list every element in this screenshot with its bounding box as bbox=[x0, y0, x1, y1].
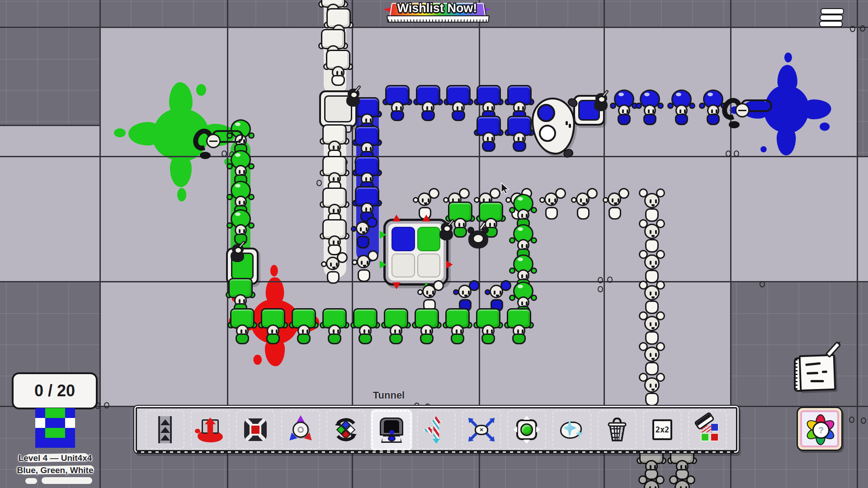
cross-arrows-icon: ✕ bbox=[468, 416, 495, 443]
white-handblob-character bbox=[540, 189, 566, 225]
white-worker-character bbox=[638, 474, 665, 488]
paint-swoosh bbox=[42, 477, 92, 484]
tool-tunnel-selected[interactable] bbox=[372, 410, 411, 450]
paint-pump-worker bbox=[193, 127, 248, 161]
tool-trash[interactable] bbox=[598, 410, 637, 449]
panda-helper bbox=[466, 222, 491, 250]
paint-station-blue bbox=[573, 95, 605, 126]
white-tile-character bbox=[321, 124, 348, 160]
tool-eraser[interactable] bbox=[688, 410, 727, 449]
level-label: Level 4 — Unit4x4 Blue, Green, White bbox=[5, 452, 106, 476]
unit-assembler bbox=[383, 219, 448, 286]
blue-tile-character bbox=[476, 116, 502, 152]
level-title: Level 4 — Unit4x4 bbox=[5, 452, 106, 464]
level-colors: Blue, Green, White bbox=[5, 464, 106, 476]
shell-splitter-icon bbox=[287, 416, 314, 443]
blue-handblob-character bbox=[351, 218, 377, 254]
paint-mixer-creature bbox=[532, 98, 575, 155]
trash-icon bbox=[604, 416, 631, 443]
screw-dot bbox=[861, 418, 866, 424]
unit-cell-green bbox=[45, 408, 55, 418]
green-tile-character bbox=[352, 308, 378, 344]
blue-tile-character bbox=[445, 85, 472, 121]
blue-tile-character bbox=[354, 186, 380, 222]
block-icon bbox=[242, 416, 269, 443]
blue-blob-character bbox=[637, 89, 663, 125]
rotator-icon bbox=[332, 416, 359, 443]
screw-dot bbox=[849, 417, 854, 423]
screw-dot bbox=[734, 150, 739, 157]
seam-line bbox=[0, 125, 99, 126]
unit-cell-blue bbox=[35, 428, 45, 438]
screw-dot bbox=[860, 25, 865, 32]
tool-block[interactable] bbox=[236, 410, 275, 449]
white-tile-character bbox=[325, 50, 351, 86]
screw-dot bbox=[598, 277, 603, 283]
menu-bar bbox=[821, 8, 844, 14]
white-tile-character bbox=[321, 188, 348, 224]
tool-grid-2x2[interactable]: 2x2 bbox=[643, 410, 682, 449]
screw-dot bbox=[850, 26, 855, 32]
tool-sparkle-cleaner[interactable] bbox=[552, 410, 591, 449]
blue-tile-character bbox=[415, 85, 441, 121]
scroll-paper-icon bbox=[799, 354, 836, 392]
unit-cell-white bbox=[65, 418, 75, 428]
white-worker-character bbox=[639, 372, 665, 408]
grid-2x2-icon: 2x2 bbox=[649, 416, 676, 443]
question-mark: ? bbox=[812, 422, 830, 439]
seam-line bbox=[99, 0, 101, 488]
unit-cell-blue bbox=[35, 408, 45, 418]
green-tile-character bbox=[444, 308, 471, 344]
seam-line bbox=[857, 0, 858, 488]
tool-conveyor[interactable] bbox=[146, 410, 184, 449]
tool-cross-arrows[interactable]: ✕ bbox=[462, 410, 501, 449]
banner-label: Wishlist Now! bbox=[387, 1, 487, 15]
green-tile-character bbox=[229, 308, 255, 344]
progress-counter: 0 / 20 bbox=[12, 372, 98, 409]
green-blob-character bbox=[227, 209, 254, 245]
blue-tile-character bbox=[384, 85, 410, 121]
green-tile-character bbox=[475, 308, 501, 344]
blue-blob-character bbox=[668, 89, 694, 125]
white-handblob-character bbox=[603, 189, 629, 225]
unit-cell-blue bbox=[55, 418, 65, 428]
white-handblob-character bbox=[352, 251, 378, 287]
color-guide-button[interactable]: ? bbox=[797, 407, 843, 451]
unit-maker-icon bbox=[513, 416, 540, 443]
unit-cell-green bbox=[55, 408, 65, 418]
white-worker-character bbox=[669, 474, 695, 488]
objectives-scroll-button[interactable] bbox=[792, 350, 840, 395]
unit-cell-green bbox=[45, 428, 55, 438]
hamburger-menu-icon[interactable] bbox=[819, 7, 844, 28]
blue-blob-character bbox=[611, 89, 637, 125]
selected-tool-tooltip: Tunnel bbox=[353, 389, 425, 401]
white-tile-character bbox=[321, 156, 348, 192]
unit-cell-blue bbox=[45, 438, 55, 448]
tool-shell-splitter[interactable] bbox=[281, 410, 320, 449]
paint-pump-worker bbox=[722, 97, 777, 130]
paint-swoosh bbox=[25, 478, 37, 484]
mouse-cursor bbox=[501, 183, 511, 194]
unit-cell-blue bbox=[65, 438, 75, 448]
screw-dot bbox=[760, 281, 765, 287]
eraser-icon bbox=[694, 416, 721, 443]
tunnel-icon bbox=[378, 417, 405, 444]
unit-cell-blue bbox=[35, 438, 45, 448]
panel-top-left bbox=[0, 27, 99, 125]
banner-ruler-strip bbox=[387, 15, 490, 23]
tool-unit-maker[interactable] bbox=[507, 410, 546, 449]
game-stage: Wishlist Now! 0 / 20 Level 4 — Unit4x4 B… bbox=[0, 0, 868, 488]
tool-paint-fountain[interactable] bbox=[191, 410, 230, 449]
tool-rotator[interactable] bbox=[326, 410, 365, 449]
unit-cell-green bbox=[55, 428, 65, 438]
unit-cell-blue bbox=[65, 428, 75, 438]
green-tile-character bbox=[383, 308, 409, 344]
screw-dot bbox=[598, 286, 603, 292]
wishlist-banner[interactable]: Wishlist Now! bbox=[387, 1, 487, 23]
green-tile-character bbox=[321, 308, 348, 344]
green-tile-character bbox=[414, 308, 440, 344]
white-handblob-character bbox=[321, 253, 348, 289]
unit-cell-white bbox=[35, 418, 45, 428]
tool-striped-arrow[interactable] bbox=[417, 410, 456, 449]
green-tile-character bbox=[260, 308, 286, 344]
